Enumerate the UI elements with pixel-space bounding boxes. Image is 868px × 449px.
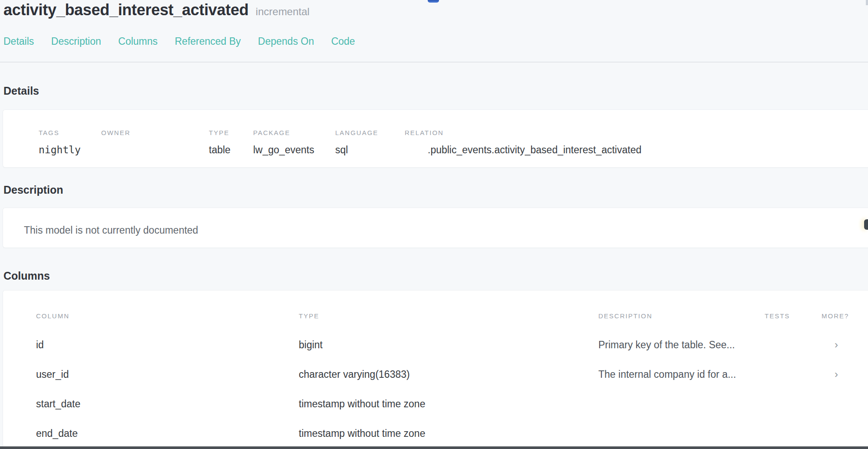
details-heading: Details bbox=[3, 85, 39, 97]
nav-tab-columns[interactable]: Columns bbox=[118, 36, 158, 47]
page-title: activity_based_interest_activated bbox=[3, 1, 248, 19]
package-value: lw_go_events bbox=[253, 144, 335, 156]
materialization-badge: incremental bbox=[256, 6, 310, 17]
expand-row-chevron-icon[interactable]: › bbox=[822, 340, 868, 350]
description-card: This model is not currently documented bbox=[3, 208, 868, 248]
package-label: PACKAGE bbox=[253, 129, 335, 136]
column-type: bigint bbox=[299, 339, 598, 351]
clipped-element-top-icon bbox=[428, 0, 439, 3]
column-description: Primary key of the table. See... bbox=[598, 339, 765, 351]
columns-card: COLUMN TYPE DESCRIPTION TESTS MORE? id b… bbox=[3, 290, 868, 449]
column-header-type: TYPE bbox=[299, 312, 598, 320]
nav-tab-referenced-by[interactable]: Referenced By bbox=[175, 36, 241, 47]
relation-value: .public_events.activity_based_interest_a… bbox=[405, 144, 868, 156]
field-language: LANGUAGE sql bbox=[335, 129, 405, 167]
type-value: table bbox=[209, 144, 253, 156]
tags-label: TAGS bbox=[39, 129, 101, 136]
column-header-description: DESCRIPTION bbox=[598, 312, 765, 320]
column-type: character varying(16383) bbox=[299, 369, 598, 380]
owner-label: OWNER bbox=[101, 129, 209, 136]
column-name: user_id bbox=[36, 369, 299, 380]
field-type: TYPE table bbox=[209, 129, 253, 167]
header-divider bbox=[0, 62, 868, 63]
nav-tab-code[interactable]: Code bbox=[331, 36, 355, 47]
nav-tab-description[interactable]: Description bbox=[51, 36, 101, 47]
nav-tab-details[interactable]: Details bbox=[3, 36, 34, 47]
relation-label: RELATION bbox=[405, 129, 868, 136]
column-type: timestamp without time zone bbox=[299, 428, 598, 439]
table-row: end_date timestamp without time zone bbox=[36, 419, 868, 448]
column-name: id bbox=[36, 339, 299, 351]
table-row: user_id character varying(16383) The int… bbox=[36, 360, 868, 389]
field-tags: TAGS nightly bbox=[39, 129, 101, 167]
column-header-column: COLUMN bbox=[36, 312, 299, 320]
table-row: id bigint Primary key of the table. See.… bbox=[36, 330, 868, 360]
column-description: The internal company id for a... bbox=[598, 369, 765, 380]
field-owner: OWNER bbox=[101, 129, 209, 167]
columns-table-header: COLUMN TYPE DESCRIPTION TESTS MORE? bbox=[36, 312, 868, 320]
table-row: start_date timestamp without time zone bbox=[36, 389, 868, 419]
details-card: TAGS nightly OWNER TYPE table PACKAGE lw… bbox=[3, 109, 868, 168]
section-nav: Details Description Columns Referenced B… bbox=[3, 36, 370, 47]
tag-link[interactable]: nightly bbox=[39, 144, 101, 156]
page-header: activity_based_interest_activated increm… bbox=[3, 0, 310, 20]
model-docs-page: activity_based_interest_activated increm… bbox=[0, 0, 868, 449]
language-value: sql bbox=[335, 144, 405, 156]
language-label: LANGUAGE bbox=[335, 129, 405, 136]
columns-heading: Columns bbox=[3, 270, 50, 282]
type-label: TYPE bbox=[209, 129, 253, 136]
field-package: PACKAGE lw_go_events bbox=[253, 129, 335, 167]
bottom-window-edge bbox=[0, 446, 868, 449]
field-relation: RELATION .public_events.activity_based_i… bbox=[405, 129, 868, 167]
clipped-edge-button[interactable] bbox=[864, 219, 868, 230]
column-name: end_date bbox=[36, 428, 299, 439]
nav-tab-depends-on[interactable]: Depends On bbox=[258, 36, 314, 47]
column-header-more: MORE? bbox=[822, 312, 868, 320]
expand-row-chevron-icon[interactable]: › bbox=[822, 369, 868, 380]
column-type: timestamp without time zone bbox=[299, 398, 598, 410]
column-header-tests: TESTS bbox=[765, 312, 822, 320]
scrollbar-fragment bbox=[866, 0, 868, 5]
description-text: This model is not currently documented bbox=[24, 224, 868, 236]
column-name: start_date bbox=[36, 398, 299, 410]
columns-table-body: id bigint Primary key of the table. See.… bbox=[36, 330, 868, 448]
description-heading: Description bbox=[3, 184, 63, 196]
